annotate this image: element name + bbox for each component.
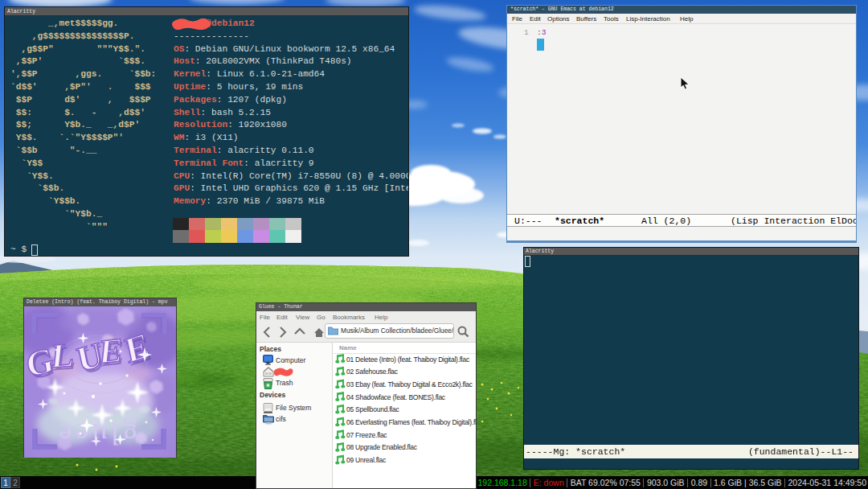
svg-text:L: L xyxy=(50,335,76,375)
svg-text:gluee: gluee xyxy=(55,417,137,451)
